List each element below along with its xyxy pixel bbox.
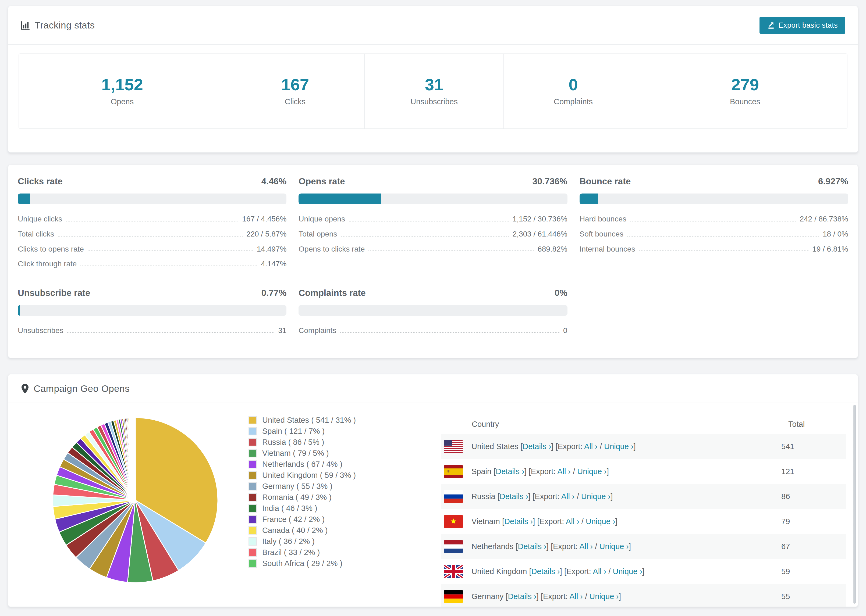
- flag-icon-nl: [444, 540, 463, 553]
- export-unique-link[interactable]: Unique ›: [581, 492, 611, 501]
- country-text: United States [Details ›] [Export: All ›…: [471, 442, 636, 451]
- progress-bar-fill: [18, 305, 20, 316]
- legend-swatch: [249, 427, 257, 435]
- export-all-link[interactable]: All ›: [561, 492, 575, 501]
- export-unique-link[interactable]: Unique ›: [586, 517, 615, 526]
- export-all-link[interactable]: All ›: [557, 467, 571, 476]
- stat-cell-complaints: 0Complaints: [504, 54, 643, 129]
- stat-cell-clicks: 167Clicks: [226, 54, 365, 129]
- details-link[interactable]: Details ›: [500, 492, 528, 501]
- export-unique-link[interactable]: Unique ›: [604, 442, 634, 451]
- details-link[interactable]: Details ›: [504, 517, 533, 526]
- export-button-label: Export basic stats: [779, 21, 838, 30]
- rate-detail-value: 18 / 0%: [823, 230, 848, 238]
- export-all-link[interactable]: All ›: [566, 517, 579, 526]
- legend-item: Vietnam ( 79 / 5% ): [249, 448, 356, 459]
- map-pin-icon: [21, 383, 29, 394]
- legend-label: Italy ( 36 / 2% ): [262, 537, 315, 546]
- legend-label: United Kingdom ( 59 / 3% ): [262, 471, 356, 480]
- flag-icon-es: [444, 465, 463, 478]
- geo-table-body: United States [Details ›] [Export: All ›…: [441, 434, 846, 607]
- legend-swatch: [249, 482, 257, 490]
- rate-detail-value: 2,303 / 61.446%: [513, 230, 567, 238]
- rate-detail-value: 689.82%: [538, 245, 567, 253]
- details-link[interactable]: Details ›: [531, 567, 560, 576]
- rate-detail-value: 0: [563, 327, 567, 335]
- summary-stats-box: 1,152Opens167Clicks31Unsubscribes0Compla…: [19, 53, 847, 129]
- flag-icon-de: [444, 590, 463, 603]
- rate-detail-value: 220 / 5.87%: [246, 230, 287, 238]
- stat-value: 0: [568, 76, 578, 93]
- country-cell: United Kingdom [Details ›] [Export: All …: [441, 565, 778, 578]
- export-all-link[interactable]: All ›: [579, 542, 593, 551]
- total-cell: 59: [778, 567, 846, 576]
- legend-item: India ( 46 / 3% ): [249, 503, 356, 514]
- page-title: Tracking stats: [35, 20, 95, 31]
- country-name: Spain [: [471, 467, 496, 476]
- country-cell: Vietnam [Details ›] [Export: All › / Uni…: [441, 515, 778, 528]
- legend-swatch: [249, 515, 257, 523]
- export-unique-link[interactable]: Unique ›: [612, 567, 642, 576]
- legend-label: United States ( 541 / 31% ): [262, 416, 356, 425]
- rate-section-complaints-rate: Complaints rate0%Complaints0: [299, 288, 567, 342]
- legend-item: South Africa ( 29 / 2% ): [249, 558, 356, 569]
- geo-header: Campaign Geo Opens: [8, 374, 858, 403]
- dot-leader: [639, 250, 808, 251]
- dot-leader: [80, 266, 257, 266]
- rate-section-opens-rate: Opens rate30.736%Unique opens1,152 / 30.…: [299, 176, 567, 275]
- legend-swatch: [249, 438, 257, 446]
- stat-value: 167: [281, 76, 309, 93]
- table-row-gb: United Kingdom [Details ›] [Export: All …: [441, 559, 846, 584]
- export-all-link[interactable]: All ›: [569, 592, 583, 601]
- export-basic-stats-button[interactable]: Export basic stats: [759, 17, 845, 34]
- table-row-ru: Russia [Details ›] [Export: All › / Uniq…: [441, 484, 846, 509]
- legend-swatch: [249, 537, 257, 545]
- details-link[interactable]: Details ›: [496, 467, 524, 476]
- details-link[interactable]: Details ›: [523, 442, 551, 451]
- export-icon: [767, 21, 775, 29]
- export-unique-link[interactable]: Unique ›: [577, 467, 607, 476]
- export-all-link[interactable]: All ›: [584, 442, 598, 451]
- legend-item: Russia ( 86 / 5% ): [249, 437, 356, 448]
- table-scrollbar[interactable]: [853, 405, 856, 603]
- country-text: Germany [Details ›] [Export: All › / Uni…: [471, 592, 621, 601]
- legend-label: Vietnam ( 79 / 5% ): [262, 449, 329, 458]
- total-cell: 79: [778, 517, 846, 526]
- country-name: United States [: [471, 442, 523, 451]
- stat-label: Opens: [111, 97, 134, 106]
- legend-swatch: [249, 526, 257, 534]
- legend-item: France ( 42 / 2% ): [249, 514, 356, 525]
- export-unique-link[interactable]: Unique ›: [599, 542, 629, 551]
- legend-item: Spain ( 121 / 7% ): [249, 426, 356, 437]
- rate-value: 30.736%: [532, 176, 567, 187]
- legend-item: Germany ( 55 / 3% ): [249, 481, 356, 492]
- progress-bar-track: [579, 193, 848, 204]
- rate-value: 6.927%: [818, 176, 848, 187]
- export-unique-link[interactable]: Unique ›: [589, 592, 619, 601]
- rate-title: Opens rate: [299, 176, 345, 187]
- geo-table-header: Country Total: [441, 414, 846, 434]
- legend-swatch: [249, 416, 257, 424]
- legend-item: Romania ( 49 / 3% ): [249, 492, 356, 503]
- details-link[interactable]: Details ›: [518, 542, 546, 551]
- dot-leader: [341, 236, 509, 237]
- rate-detail-label: Unsubscribes: [18, 327, 63, 335]
- bar-chart-icon: [21, 20, 30, 30]
- rate-detail-label: Complaints: [299, 327, 336, 335]
- rate-value: 0%: [554, 288, 567, 298]
- rate-detail-value: 167 / 4.456%: [242, 215, 287, 223]
- legend-item: United Kingdom ( 59 / 3% ): [249, 470, 356, 481]
- table-row-de: Germany [Details ›] [Export: All › / Uni…: [441, 584, 846, 607]
- column-header-total: Total: [778, 420, 846, 429]
- flag-icon-vn: [444, 515, 463, 528]
- legend-label: India ( 46 / 3% ): [262, 504, 317, 513]
- export-all-link[interactable]: All ›: [593, 567, 606, 576]
- rate-detail-label: Soft bounces: [579, 230, 624, 238]
- dot-leader: [349, 221, 509, 222]
- progress-bar-fill: [299, 193, 381, 204]
- legend-label: Canada ( 40 / 2% ): [262, 526, 328, 535]
- flag-icon-ru: [444, 490, 463, 503]
- rate-detail-row: Soft bounces18 / 0%: [579, 230, 848, 238]
- details-link[interactable]: Details ›: [508, 592, 536, 601]
- legend-item: Brazil ( 33 / 2% ): [249, 547, 356, 558]
